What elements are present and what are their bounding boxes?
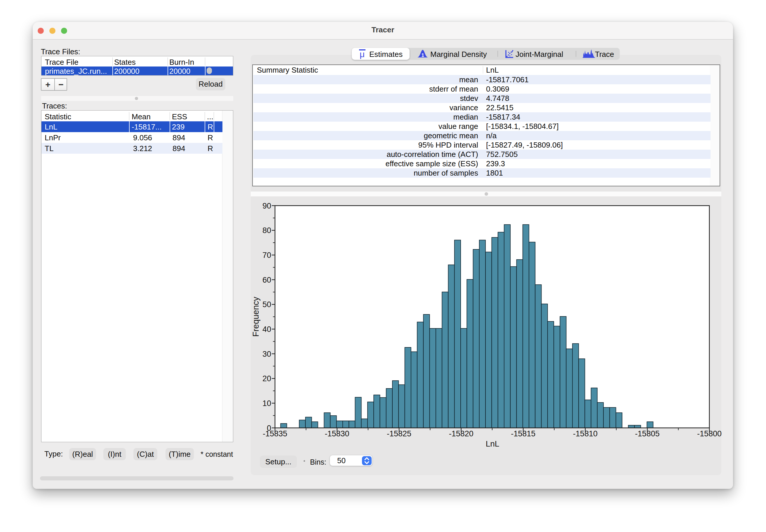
svg-text:-15800: -15800 bbox=[697, 429, 722, 438]
svg-text:70: 70 bbox=[263, 251, 271, 260]
svg-text:-15805: -15805 bbox=[635, 429, 660, 438]
svg-text:LnL: LnL bbox=[486, 439, 499, 448]
svg-text:-15810: -15810 bbox=[573, 429, 598, 438]
svg-text:90: 90 bbox=[263, 202, 271, 210]
svg-text:40: 40 bbox=[263, 325, 271, 334]
svg-text:-15835: -15835 bbox=[263, 429, 287, 438]
svg-text:20: 20 bbox=[263, 374, 271, 383]
svg-text:80: 80 bbox=[263, 226, 271, 235]
svg-text:1: 1 bbox=[422, 53, 424, 58]
svg-text:-15830: -15830 bbox=[325, 429, 349, 438]
svg-text:Frequency: Frequency bbox=[251, 297, 260, 337]
svg-text:-15815: -15815 bbox=[511, 429, 535, 438]
svg-text:50: 50 bbox=[263, 300, 271, 309]
svg-text:30: 30 bbox=[263, 350, 271, 358]
svg-text:60: 60 bbox=[263, 276, 271, 284]
svg-text:μ: μ bbox=[360, 49, 365, 59]
svg-text:-15820: -15820 bbox=[449, 429, 473, 438]
svg-text:-15825: -15825 bbox=[387, 429, 411, 438]
svg-text:10: 10 bbox=[263, 399, 271, 408]
